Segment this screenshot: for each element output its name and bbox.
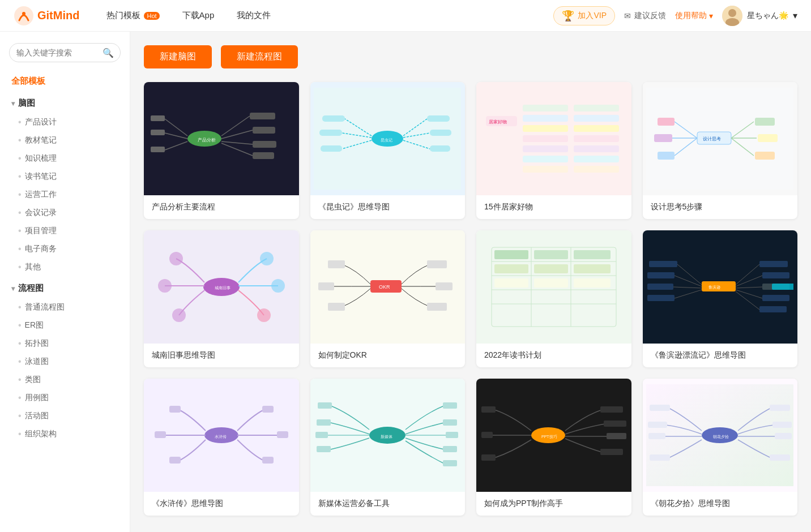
svg-rect-47 <box>574 105 619 111</box>
svg-rect-100 <box>574 264 611 273</box>
sidebar-item-class[interactable]: 类图 <box>0 371 130 389</box>
svg-rect-99 <box>534 264 568 273</box>
svg-rect-50 <box>574 135 619 142</box>
template-card-3[interactable]: 设计思考 设计思考5步骤 <box>643 82 798 219</box>
action-buttons: 新建脑图 新建流程图 <box>144 45 797 68</box>
header-right: 🏆 加入VIP ✉ 建议反馈 使用帮助 ▾ 星ちゃん🌟 ▾ <box>553 6 797 26</box>
sidebar-item-project[interactable]: 项目管理 <box>0 222 130 240</box>
sidebar-flowchart-section: ▾ 流程图 普通流程图 ER图 拓扑图 泳道图 类图 用例图 活动图 组织架构 <box>0 278 130 443</box>
template-card-7[interactable]: 鲁滨逊 <box>643 230 798 367</box>
nav-download-app[interactable]: 下载App <box>173 7 224 24</box>
svg-rect-132 <box>262 406 274 413</box>
template-card-4[interactable]: 城南旧事 城南旧事思维导图 <box>144 230 299 367</box>
sidebar-item-org[interactable]: 组织架构 <box>0 425 130 443</box>
card-thumbnail-6 <box>476 230 631 344</box>
logo[interactable]: GitMind <box>14 6 79 26</box>
feedback-button[interactable]: ✉ 建议反馈 <box>624 11 666 21</box>
svg-rect-34 <box>322 115 345 122</box>
svg-rect-139 <box>443 419 457 426</box>
sidebar-all-templates-link[interactable]: 全部模板 <box>0 71 130 91</box>
user-menu[interactable]: 星ちゃん🌟 ▾ <box>722 6 797 26</box>
svg-rect-46 <box>523 166 568 173</box>
sidebar-item-operations[interactable]: 运营工作 <box>0 186 130 204</box>
main-content: 新建脑图 新建流程图 产品分析 <box>130 32 811 532</box>
svg-rect-85 <box>436 282 453 290</box>
svg-rect-31 <box>427 115 450 122</box>
svg-rect-81 <box>328 260 345 268</box>
svg-text:水浒传: 水浒传 <box>215 435 227 439</box>
svg-point-75 <box>260 252 274 265</box>
svg-rect-68 <box>755 152 775 160</box>
sidebar-item-topology[interactable]: 拓扑图 <box>0 334 130 353</box>
nav-hot-templates[interactable]: 热门模板 Hot <box>97 7 168 24</box>
template-card-10[interactable]: PPT技巧 <box>476 379 631 516</box>
template-card-0[interactable]: 产品分析 <box>144 82 299 219</box>
svg-rect-35 <box>319 130 342 136</box>
svg-rect-20 <box>151 130 165 135</box>
template-card-11[interactable]: 朝花夕拾 <box>643 379 798 516</box>
template-card-8[interactable]: 水浒传 《水浒传》思维导图 <box>144 379 299 516</box>
sidebar-item-ecommerce[interactable]: 电子商务 <box>0 240 130 258</box>
help-button[interactable]: 使用帮助 ▾ <box>675 11 713 21</box>
sidebar-item-activity[interactable]: 活动图 <box>0 407 130 425</box>
svg-rect-124 <box>647 295 675 301</box>
svg-rect-162 <box>775 433 792 439</box>
feedback-icon: ✉ <box>624 11 631 20</box>
sidebar-item-normal-flow[interactable]: 普通流程图 <box>0 298 130 316</box>
sidebar-item-reading-notes[interactable]: 读书笔记 <box>0 168 130 186</box>
svg-rect-18 <box>253 152 274 159</box>
svg-rect-153 <box>600 449 623 455</box>
svg-rect-123 <box>647 284 673 290</box>
card-label-6: 2022年读书计划 <box>476 344 631 367</box>
sidebar-item-other[interactable]: 其他 <box>0 258 130 276</box>
card-label-11: 《朝花夕拾》思维导图 <box>643 492 798 516</box>
svg-text:昆虫记: 昆虫记 <box>381 138 392 142</box>
template-card-6[interactable]: 2022年读书计划 <box>476 230 631 367</box>
vip-icon: 🏆 <box>562 10 574 22</box>
svg-rect-15 <box>250 113 275 119</box>
svg-point-76 <box>271 279 285 293</box>
template-card-5[interactable]: OKR <box>310 230 466 367</box>
template-card-1[interactable]: 昆虫记 《昆虫记》思维导图 <box>310 82 466 219</box>
card-label-1: 《昆虫记》思维导图 <box>310 195 466 219</box>
svg-text:城南旧事: 城南旧事 <box>214 286 231 290</box>
search-icon[interactable]: 🔍 <box>103 48 114 58</box>
sidebar-mindmap-category[interactable]: ▾ 脑图 <box>0 93 130 113</box>
svg-text:OKR: OKR <box>379 284 390 290</box>
sidebar-item-meeting[interactable]: 会议记录 <box>0 204 130 222</box>
sidebar-item-swimlane[interactable]: 泳道图 <box>0 353 130 371</box>
svg-rect-103 <box>574 278 611 288</box>
svg-rect-160 <box>770 405 790 411</box>
new-mindmap-button[interactable]: 新建脑图 <box>144 45 212 68</box>
new-flowchart-button[interactable]: 新建流程图 <box>221 45 298 68</box>
svg-point-3 <box>728 9 736 17</box>
svg-rect-96 <box>534 250 568 259</box>
svg-rect-36 <box>321 145 342 152</box>
sidebar-item-textbook-notes[interactable]: 教材笔记 <box>0 131 130 149</box>
sidebar-all-templates: 全部模板 <box>0 71 130 91</box>
card-thumbnail-4: 城南旧事 <box>144 230 299 344</box>
template-card-2[interactable]: 居家好物 <box>476 82 631 219</box>
svg-rect-145 <box>315 432 328 438</box>
svg-rect-101 <box>494 278 528 288</box>
card-label-8: 《水浒传》思维导图 <box>144 492 299 516</box>
template-card-9[interactable]: 新媒体 <box>310 379 466 516</box>
svg-rect-165 <box>648 422 667 428</box>
svg-rect-67 <box>758 134 778 142</box>
nav-my-files[interactable]: 我的文件 <box>228 7 280 24</box>
card-label-0: 产品分析主要流程 <box>144 195 299 219</box>
svg-rect-122 <box>647 272 675 278</box>
sidebar-item-product-design[interactable]: 产品设计 <box>0 113 130 131</box>
card-thumbnail-11: 朝花夕拾 <box>643 379 798 492</box>
svg-rect-121 <box>649 261 677 267</box>
card-label-7: 《鲁滨逊漂流记》思维导图 <box>643 344 798 367</box>
sidebar-flowchart-category[interactable]: ▾ 流程图 <box>0 278 130 298</box>
card-thumbnail-9: 新媒体 <box>310 379 466 492</box>
svg-rect-138 <box>443 402 457 409</box>
svg-rect-134 <box>262 457 274 464</box>
svg-rect-17 <box>253 141 276 148</box>
sidebar-item-er[interactable]: ER图 <box>0 316 130 334</box>
sidebar-item-knowledge[interactable]: 知识梳理 <box>0 149 130 168</box>
vip-button[interactable]: 🏆 加入VIP <box>553 6 615 25</box>
sidebar-item-usecase[interactable]: 用例图 <box>0 389 130 407</box>
